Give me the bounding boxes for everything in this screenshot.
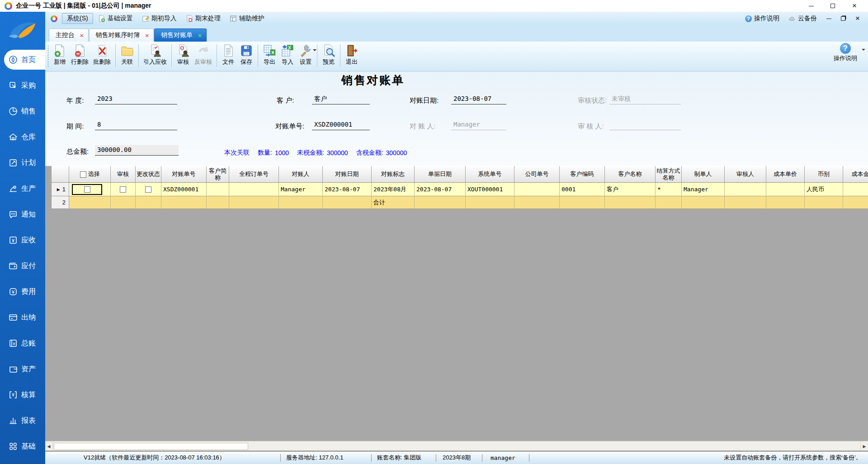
sidebar-item-notice[interactable]: 通知 — [4, 204, 45, 224]
grid-col-header[interactable]: 制单人 — [682, 166, 725, 183]
grid-col-header[interactable]: 结算方式名称 — [656, 166, 682, 183]
grid-cell[interactable] — [560, 196, 605, 209]
grid-cell[interactable] — [766, 196, 805, 209]
scroll-right-icon[interactable]: ▶ — [860, 441, 868, 451]
grid-cell[interactable] — [207, 183, 229, 196]
grid-col-header[interactable]: 客户编码 — [560, 166, 605, 183]
toolbar-save-button[interactable]: 保存 — [237, 43, 255, 66]
tab-sales-recon-sheet[interactable]: 销售对账单 — [154, 28, 207, 42]
toolbar-grip[interactable] — [47, 45, 49, 67]
grid-cell[interactable] — [229, 183, 279, 196]
grid-cell[interactable]: 合计 — [372, 196, 415, 209]
grid-col-header[interactable]: 系统单号 — [466, 166, 514, 183]
grid-cell[interactable] — [415, 196, 466, 209]
total-input[interactable]: 300000.00 — [95, 145, 179, 156]
minimize-button[interactable] — [800, 0, 822, 12]
grid-col-header[interactable]: 对账日期 — [323, 166, 372, 183]
grid-cell[interactable] — [136, 183, 161, 196]
customer-input[interactable]: 客户 — [312, 94, 370, 104]
child-minimize-button[interactable] — [822, 14, 835, 24]
grid-col-header[interactable]: 成本金额 — [843, 166, 868, 183]
tab-close-icon[interactable] — [80, 33, 84, 38]
recon-no-input[interactable]: XSDZ000001 — [312, 120, 370, 130]
grid-cell[interactable] — [207, 196, 229, 209]
close-button[interactable] — [844, 0, 865, 12]
grid-cell[interactable] — [605, 196, 656, 209]
grid-col-header[interactable]: 对账单号 — [161, 166, 207, 183]
change-status-checkbox[interactable] — [145, 186, 151, 193]
grid-cell[interactable] — [111, 183, 136, 196]
grid-col-header[interactable]: 全程订单号 — [229, 166, 279, 183]
toolbar-help-button[interactable]: 操作说明 — [834, 43, 857, 62]
grid-cell[interactable] — [279, 196, 323, 209]
sidebar-item-cashier[interactable]: 出纳 — [4, 308, 45, 327]
grid-cell[interactable] — [69, 196, 111, 209]
grid-cell[interactable] — [69, 183, 111, 196]
sidebar-item-purchase[interactable]: 采购 — [4, 76, 45, 95]
toolbar-preview-button[interactable]: 预览 — [320, 43, 338, 66]
tab-close-icon[interactable] — [198, 33, 202, 38]
dropdown-caret-icon[interactable] — [313, 49, 316, 53]
grid-col-header[interactable]: 币别 — [805, 166, 843, 183]
grid-col-header[interactable]: 审核人 — [725, 166, 766, 183]
toolbar-red-x-button[interactable]: 批删除 — [91, 43, 113, 66]
scrollbar-track[interactable] — [248, 441, 860, 451]
sidebar-item-ledger[interactable]: ¥总账 — [4, 333, 45, 353]
grid-cell[interactable]: 2023-08-07 — [323, 183, 372, 196]
row-indicator[interactable]: ▶1 — [51, 183, 69, 196]
toolbar-tools-button[interactable]: 设置 — [297, 43, 315, 66]
sidebar-item-asset[interactable]: 资产 — [4, 359, 45, 379]
toolbar-doc-minus-button[interactable]: 行删除 — [69, 43, 91, 66]
grid-col-header[interactable]: 审核 — [111, 166, 136, 183]
sidebar-item-expense[interactable]: ¥费用 — [4, 282, 45, 302]
grid-cell[interactable] — [161, 196, 207, 209]
grid-cell[interactable] — [682, 196, 725, 209]
toolbar-export-button[interactable]: 导出 — [260, 43, 278, 66]
grid-cell[interactable] — [514, 183, 560, 196]
grid-cell[interactable] — [725, 183, 766, 196]
relate-link[interactable]: 本次关联 — [224, 149, 250, 157]
row-indicator[interactable]: 2 — [51, 196, 69, 209]
grid-cell[interactable] — [843, 196, 868, 209]
toolbar-exit-button[interactable]: 退出 — [343, 43, 361, 66]
toolbar-doc-plus-button[interactable]: 新增 — [51, 43, 69, 66]
grid-col-header[interactable]: 成本单价 — [766, 166, 805, 183]
cloud-backup-button[interactable]: 云备份 — [784, 13, 821, 24]
grid-col-header[interactable]: 单据日期 — [415, 166, 466, 183]
tab-close-icon[interactable] — [146, 33, 149, 38]
scrollbar-thumb[interactable] — [54, 443, 248, 450]
child-close-button[interactable] — [851, 14, 864, 24]
grid-cell[interactable]: 客户 — [605, 183, 656, 196]
grid-col-header[interactable]: 更改状态 — [136, 166, 161, 183]
grid-cell[interactable]: 2023-08-07 — [415, 183, 466, 196]
toolbar-import-button[interactable]: 导入 — [278, 43, 297, 66]
period-input[interactable]: 8 — [95, 120, 177, 130]
select-all-checkbox[interactable] — [80, 171, 86, 178]
recon-date-input[interactable]: 2023-08-07 — [451, 94, 506, 104]
tab-sales-recon-journal[interactable]: 销售对账序时簿 — [89, 28, 154, 42]
grid-col-header[interactable]: 选择 — [69, 166, 111, 183]
scroll-left-icon[interactable]: ◀ — [45, 441, 53, 451]
grid-cell[interactable]: 0001 — [560, 183, 605, 196]
sidebar-item-receivable[interactable]: ¥应收 — [4, 230, 45, 250]
sidebar-item-report[interactable]: 报表 — [4, 411, 45, 431]
select-checkbox[interactable] — [84, 186, 90, 193]
toolbar-doc-person-button[interactable]: 引入应收 — [141, 43, 169, 66]
grid-cell[interactable] — [136, 196, 161, 209]
sidebar-item-payable[interactable]: 应付 — [4, 256, 45, 276]
grid-col-header[interactable]: 客户名称 — [605, 166, 656, 183]
grid-cell[interactable] — [514, 196, 560, 209]
year-input[interactable]: 2023 — [95, 94, 177, 104]
grid-col-header[interactable]: 客户简称 — [207, 166, 229, 183]
menu-period-end[interactable]: 期末处理 — [182, 13, 225, 24]
grid-col-header[interactable]: 公司单号 — [514, 166, 560, 183]
grid-cell[interactable] — [229, 196, 279, 209]
toolbar-doc-audit-button[interactable]: 审核 — [174, 43, 192, 66]
sidebar-item-warehouse[interactable]: 仓库 — [4, 127, 45, 147]
sidebar-item-basic[interactable]: 基础 — [4, 436, 45, 456]
toolbar-file-button[interactable]: 文件 — [219, 43, 237, 66]
grid-col-header[interactable]: 对账标志 — [372, 166, 415, 183]
sidebar-item-accounting[interactable]: ¥核算 — [4, 385, 45, 405]
grid-cell[interactable] — [466, 196, 514, 209]
toolbar-folder-button[interactable]: 关联 — [118, 43, 136, 66]
